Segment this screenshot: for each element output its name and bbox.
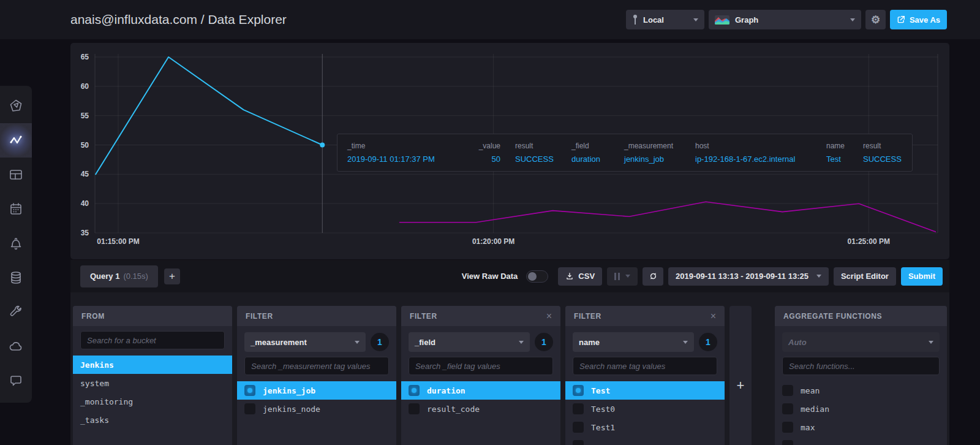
tooltip-value: Test: [826, 154, 848, 164]
checkbox-checked-icon[interactable]: [409, 385, 420, 396]
download-csv-button[interactable]: CSV: [558, 267, 602, 286]
tooltip-header: result: [515, 142, 557, 150]
time-range-dropdown[interactable]: 2019-09-11 13:13 - 2019-09-11 13:25: [668, 267, 829, 286]
add-query-button[interactable]: +: [164, 268, 180, 284]
from-card-header: FROM: [73, 306, 232, 326]
tag-value-label: Test1: [591, 423, 615, 432]
tag-value-item[interactable]: Test0: [565, 400, 725, 418]
query-tabs: Query 1 (0.15s) +: [80, 265, 180, 287]
tag-key-dropdown[interactable]: name: [573, 332, 694, 352]
refresh-icon: [649, 272, 658, 281]
chevron-down-icon: [355, 341, 360, 344]
save-as-button[interactable]: Save As: [890, 10, 947, 29]
tag-value-item[interactable]: Test1: [565, 418, 725, 436]
add-filter-button[interactable]: +: [729, 306, 752, 445]
tooltip-header: _value: [471, 142, 500, 150]
checkbox-icon[interactable]: [573, 440, 584, 445]
checkbox-icon[interactable]: [244, 403, 255, 414]
tag-value-list: duration result_code: [401, 381, 560, 418]
tag-key-dropdown[interactable]: _measurement: [244, 332, 366, 352]
sidebar-item-alerts[interactable]: [0, 226, 32, 261]
visualization-type-dropdown[interactable]: Graph: [709, 10, 861, 29]
sidebar-item-home[interactable]: [0, 89, 32, 123]
tag-value-item[interactable]: result_code: [401, 400, 560, 418]
settings-gear-button[interactable]: ⚙: [865, 10, 886, 29]
filter-card-header: FILTER: [237, 306, 396, 326]
function-item[interactable]: median: [775, 400, 947, 418]
tag-value-search-input[interactable]: [573, 357, 717, 375]
selected-count-badge: 1: [699, 333, 717, 351]
from-card: FROM Jenkins system _monitoring _tasks: [73, 306, 232, 445]
tag-value-item[interactable]: Test: [565, 381, 725, 400]
tag-value-label: jenkins_node: [263, 405, 320, 414]
checkbox-icon[interactable]: [782, 385, 793, 396]
aggregate-functions-card: AGGREGATE FUNCTIONS Auto mean median max: [775, 306, 947, 445]
toolbar-actions: View Raw Data CSV 2019-09-11 13:13 - 201…: [462, 267, 943, 286]
sidebar-item-dashboards[interactable]: [0, 158, 32, 192]
influxdb-logo-icon: [9, 99, 23, 113]
view-raw-data-toggle[interactable]: [526, 270, 548, 283]
tag-value-search-input[interactable]: [244, 357, 389, 375]
refresh-button[interactable]: [643, 267, 663, 286]
function-list: mean median max: [775, 381, 947, 445]
checkbox-icon[interactable]: [782, 422, 793, 433]
submit-button[interactable]: Submit: [901, 267, 943, 286]
tag-key-label: _measurement: [251, 338, 307, 347]
bucket-item-monitoring[interactable]: _monitoring: [73, 392, 232, 411]
close-filter-icon[interactable]: ×: [710, 311, 716, 321]
function-label: mean: [801, 386, 820, 395]
sidebar-item-cloud[interactable]: [0, 329, 32, 363]
bucket-item-jenkins[interactable]: Jenkins: [73, 356, 232, 374]
bucket-item-system[interactable]: system: [73, 374, 232, 392]
tag-value-item[interactable]: duration: [401, 381, 560, 400]
tag-value-search-input[interactable]: [409, 357, 553, 375]
y-tick-label: 45: [81, 170, 89, 178]
checkbox-checked-icon[interactable]: [244, 385, 255, 396]
query-tab-duration: (0.15s): [123, 272, 148, 281]
wrench-icon: [9, 305, 23, 319]
close-filter-icon[interactable]: ×: [546, 311, 552, 321]
pause-button[interactable]: [607, 267, 638, 286]
checkbox-icon[interactable]: [573, 403, 584, 414]
sidebar-item-load-data[interactable]: [0, 261, 32, 295]
local-dropdown-label: Local: [643, 15, 664, 25]
chevron-down-icon: [683, 341, 688, 344]
query-tab-1[interactable]: Query 1 (0.15s): [80, 265, 158, 287]
bucket-list: Jenkins system _monitoring _tasks: [73, 356, 232, 429]
function-item[interactable]: max: [775, 418, 947, 436]
hovered-point-dot: [320, 143, 325, 148]
local-dropdown[interactable]: Local: [626, 10, 704, 29]
tag-value-item[interactable]: jenkins_job: [237, 381, 396, 400]
tag-value-item-partial[interactable]: [565, 436, 725, 445]
checkbox-icon[interactable]: [573, 422, 584, 433]
script-editor-button[interactable]: Script Editor: [834, 267, 896, 286]
pause-icon: [614, 273, 620, 280]
bucket-item-tasks[interactable]: _tasks: [73, 411, 232, 429]
sidebar-item-feedback[interactable]: [0, 363, 32, 398]
bucket-label: Jenkins: [80, 360, 114, 370]
bell-icon: [9, 236, 23, 251]
checkbox-checked-icon[interactable]: [573, 385, 584, 396]
tooltip-value: SUCCESS: [863, 154, 902, 164]
view-raw-data-label: View Raw Data: [462, 272, 518, 281]
gear-icon: ⚙: [871, 13, 880, 26]
function-item[interactable]: mean: [775, 381, 947, 400]
bucket-search-input[interactable]: [80, 331, 225, 349]
window-period-dropdown[interactable]: Auto: [782, 332, 940, 352]
sidebar-item-settings[interactable]: [0, 295, 32, 329]
tooltip-header: _time: [347, 142, 456, 150]
sidebar-item-tasks[interactable]: [0, 192, 32, 226]
data-explorer-page: anais@influxdata.com / Data Explorer Loc…: [0, 0, 980, 445]
tag-key-dropdown[interactable]: _field: [409, 332, 530, 352]
checkbox-icon[interactable]: [409, 403, 420, 414]
sidebar-item-data-explorer[interactable]: [0, 123, 32, 158]
checkbox-icon[interactable]: [782, 403, 793, 414]
checkbox-icon[interactable]: [782, 440, 793, 445]
function-search-input[interactable]: [782, 357, 940, 375]
chat-bubble-icon: [9, 373, 23, 388]
chevron-down-icon: [693, 18, 698, 21]
tag-value-item[interactable]: jenkins_node: [237, 400, 396, 418]
bucket-label: system: [80, 379, 109, 388]
x-tick-label: 01:15:00 PM: [97, 237, 139, 246]
function-item-partial[interactable]: [775, 436, 947, 445]
